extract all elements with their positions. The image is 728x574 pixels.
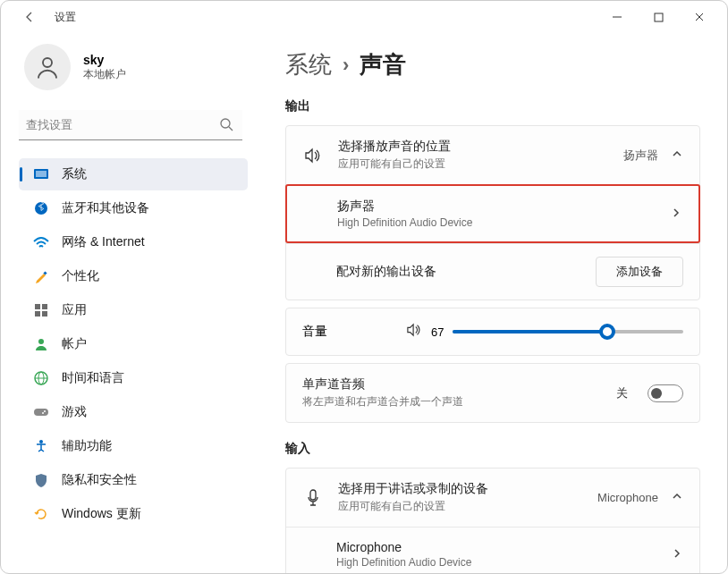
row-subtitle: High Definition Audio Device xyxy=(336,556,656,569)
svg-point-3 xyxy=(221,119,230,128)
row-title: 扬声器 xyxy=(337,198,656,215)
pair-output-row: 配对新的输出设备 添加设备 xyxy=(286,244,699,300)
svg-rect-12 xyxy=(42,311,47,317)
accounts-icon xyxy=(33,336,49,352)
sidebar-item-bluetooth[interactable]: 蓝牙和其他设备 xyxy=(19,192,248,224)
privacy-icon xyxy=(33,472,49,488)
title-bar: 设置 xyxy=(1,1,727,33)
row-title: 配对新的输出设备 xyxy=(336,264,581,280)
row-value: 扬声器 xyxy=(623,148,658,164)
row-title: 单声道音频 xyxy=(302,376,602,393)
row-subtitle: High Definition Audio Device xyxy=(337,216,656,229)
sidebar-item-label: 网络 & Internet xyxy=(62,234,145,250)
sidebar-item-system[interactable]: 系统 xyxy=(19,158,248,190)
sidebar-item-label: 个性化 xyxy=(62,268,99,284)
row-title: 选择用于讲话或录制的设备 xyxy=(338,481,583,497)
search-icon xyxy=(219,117,233,135)
row-subtitle: 应用可能有自己的设置 xyxy=(338,499,583,514)
accessibility-icon xyxy=(33,438,49,454)
breadcrumb-current: 声音 xyxy=(360,49,406,80)
sidebar-item-label: 游戏 xyxy=(62,404,87,420)
sidebar-item-gaming[interactable]: 游戏 xyxy=(19,396,248,428)
svg-rect-10 xyxy=(42,304,47,309)
volume-card: 音量 67 xyxy=(285,308,700,356)
sidebar-item-apps[interactable]: 应用 xyxy=(19,294,248,326)
volume-slider[interactable] xyxy=(453,330,683,333)
svg-rect-11 xyxy=(35,311,40,317)
chevron-up-icon xyxy=(671,490,683,505)
back-button[interactable] xyxy=(21,8,38,26)
user-profile[interactable]: sky 本地帐户 xyxy=(24,44,257,90)
avatar xyxy=(24,44,71,90)
mono-toggle[interactable] xyxy=(648,384,683,402)
chevron-right-icon xyxy=(670,207,682,222)
windows-update-icon xyxy=(33,506,49,522)
chevron-right-icon xyxy=(671,547,683,562)
svg-rect-17 xyxy=(34,409,48,416)
maximize-button[interactable] xyxy=(638,3,679,31)
svg-point-18 xyxy=(44,410,46,412)
sidebar: sky 本地帐户 系统 蓝牙和其他设备 xyxy=(1,33,260,573)
output-device-row-highlighted[interactable]: 扬声器 High Definition Audio Device xyxy=(285,184,700,243)
svg-point-13 xyxy=(38,339,44,344)
row-title: 选择播放声音的位置 xyxy=(338,139,609,155)
close-button[interactable] xyxy=(679,3,720,31)
input-section-label: 输入 xyxy=(285,441,700,457)
sidebar-item-time-language[interactable]: 时间和语言 xyxy=(19,362,248,394)
chevron-up-icon xyxy=(671,148,683,163)
row-subtitle: 应用可能有自己的设置 xyxy=(338,156,609,172)
search-input[interactable] xyxy=(19,110,242,140)
sidebar-item-label: 隐私和安全性 xyxy=(62,472,137,488)
sidebar-item-label: 帐户 xyxy=(62,336,87,352)
svg-rect-9 xyxy=(35,304,40,309)
svg-point-20 xyxy=(39,440,43,443)
input-choose-device-card[interactable]: 选择用于讲话或录制的设备 应用可能有自己的设置 Microphone Micro… xyxy=(285,468,700,573)
time-language-icon xyxy=(33,370,49,386)
breadcrumb-parent[interactable]: 系统 xyxy=(285,49,332,80)
system-icon xyxy=(33,166,49,182)
input-device-row[interactable]: Microphone High Definition Audio Device xyxy=(286,528,699,573)
sidebar-item-privacy[interactable]: 隐私和安全性 xyxy=(19,464,248,496)
content-area: 系统 › 声音 输出 选择播放声音的位置 应用可能有自己的设置 扬声器 xyxy=(260,33,727,573)
svg-rect-21 xyxy=(310,490,316,500)
sidebar-item-label: Windows 更新 xyxy=(62,506,141,522)
volume-label: 音量 xyxy=(302,324,327,340)
window-title: 设置 xyxy=(55,10,76,25)
sidebar-item-label: 辅助功能 xyxy=(62,438,112,454)
personalization-icon xyxy=(33,268,49,284)
sidebar-item-windows-update[interactable]: Windows 更新 xyxy=(19,498,248,530)
gaming-icon xyxy=(33,404,49,420)
row-value: Microphone xyxy=(597,491,658,504)
svg-point-2 xyxy=(43,58,52,67)
svg-rect-6 xyxy=(36,171,47,177)
sidebar-item-label: 时间和语言 xyxy=(62,370,124,386)
minimize-button[interactable] xyxy=(597,3,638,31)
speaker-icon xyxy=(302,148,324,164)
user-name: sky xyxy=(83,53,126,67)
output-choose-device-card[interactable]: 选择播放声音的位置 应用可能有自己的设置 扬声器 扬声器 High Defini… xyxy=(285,125,700,300)
volume-value: 67 xyxy=(431,325,444,339)
add-device-button[interactable]: 添加设备 xyxy=(596,257,683,287)
svg-line-4 xyxy=(229,127,233,131)
sidebar-item-network[interactable]: 网络 & Internet xyxy=(19,226,248,258)
apps-icon xyxy=(33,302,49,318)
sidebar-item-personalization[interactable]: 个性化 xyxy=(19,260,248,292)
sidebar-item-label: 系统 xyxy=(62,166,87,182)
svg-rect-1 xyxy=(655,13,663,21)
sidebar-item-accessibility[interactable]: 辅助功能 xyxy=(19,430,248,462)
sidebar-item-label: 应用 xyxy=(62,302,87,318)
microphone-icon xyxy=(302,489,324,507)
toggle-state-label: 关 xyxy=(616,385,628,401)
output-section-label: 输出 xyxy=(285,98,700,114)
row-subtitle: 将左声道和右声道合并成一个声道 xyxy=(302,394,602,409)
speaker-icon[interactable] xyxy=(406,323,422,341)
breadcrumb: 系统 › 声音 xyxy=(285,49,700,80)
sidebar-item-accounts[interactable]: 帐户 xyxy=(19,328,248,360)
bluetooth-icon xyxy=(33,200,49,216)
network-icon xyxy=(33,234,49,250)
sidebar-item-label: 蓝牙和其他设备 xyxy=(62,200,149,216)
user-account-type: 本地帐户 xyxy=(83,67,126,82)
chevron-right-icon: › xyxy=(343,54,349,77)
mono-audio-card[interactable]: 单声道音频 将左声道和右声道合并成一个声道 关 xyxy=(285,363,700,423)
svg-point-19 xyxy=(42,412,44,414)
